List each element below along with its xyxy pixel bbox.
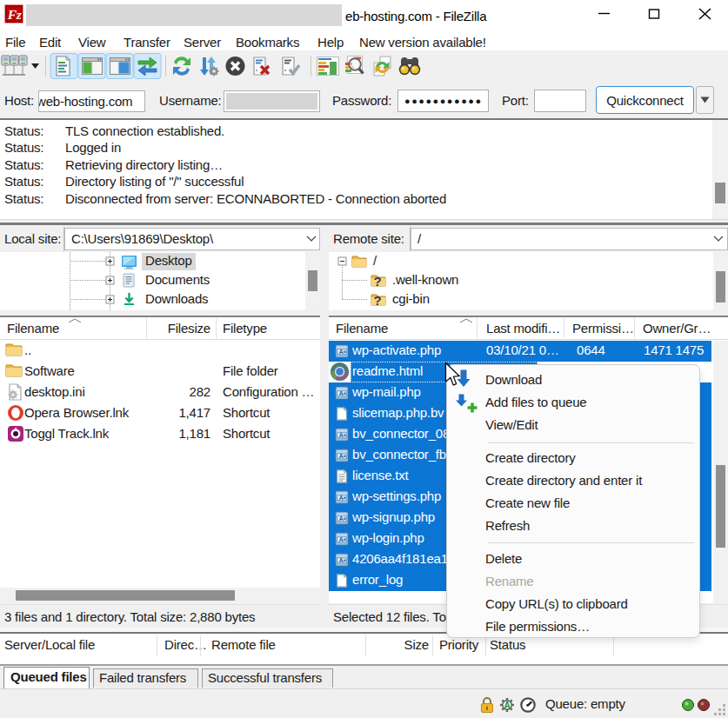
svg-text:?: ? (374, 293, 382, 308)
svg-text:A: A (504, 701, 511, 710)
svg-text:Fz: Fz (7, 7, 22, 22)
svg-text:?: ? (374, 274, 382, 289)
